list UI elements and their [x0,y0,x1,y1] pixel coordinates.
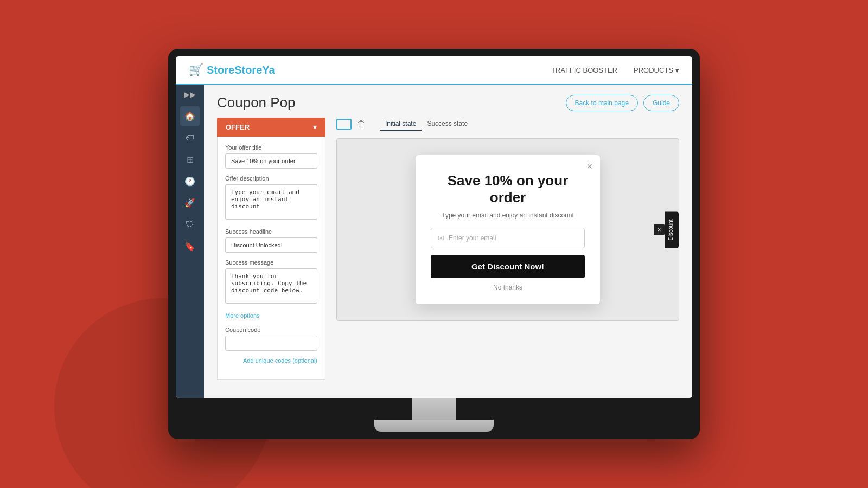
preview-toolbar: 🗑 Initial state Success state [336,118,679,131]
desktop-device-icon[interactable] [336,119,352,130]
back-to-main-button[interactable]: Back to main page [566,95,638,111]
sidebar-item-shield[interactable]: 🛡 [180,215,200,234]
offer-description-label: Offer description [225,175,317,182]
tab-group: Initial state Success state [380,118,473,131]
get-discount-button[interactable]: Get Discount Now! [431,255,585,278]
side-tab[interactable]: Discount [665,211,679,248]
offer-title-label: Your offer title [225,144,317,151]
success-message-label: Success message [225,259,317,266]
main-layout: ▶▶ 🏠 🏷 ⊞ 🕐 🚀 🛡 🔖 Coupon Pop Back to main… [176,85,692,398]
nav-traffic-booster[interactable]: TRAFFIC BOOSTER [551,66,617,74]
sidebar-expand-icon[interactable]: ▶▶ [184,90,196,99]
success-headline-input[interactable] [225,237,317,253]
offer-label: OFFER [226,123,250,131]
monitor-stand-neck [412,398,456,420]
page-header: Coupon Pop Back to main page Guide [204,85,692,118]
two-col-layout: OFFER ▾ Your offer title Offer descripti… [204,118,692,393]
cart-icon: 🛒 [189,63,203,77]
sidebar: ▶▶ 🏠 🏷 ⊞ 🕐 🚀 🛡 🔖 [176,85,204,398]
popup-description: Type your email and enjoy an instant dis… [431,211,585,219]
offer-title-input[interactable] [225,153,317,169]
monitor-stand-base [374,420,494,432]
sidebar-item-grid[interactable]: ⊞ [180,150,200,169]
logo-area: 🛒 StoreStoreYa [189,63,551,77]
popup-email-field-container[interactable]: ✉ Enter your email [431,228,585,248]
email-icon: ✉ [438,234,444,242]
trash-icon[interactable]: 🗑 [357,119,366,129]
content-area: Coupon Pop Back to main page Guide OFFER… [204,85,692,398]
header-buttons: Back to main page Guide [566,95,679,111]
popup-card: × Save 10% on your order Type your email… [416,155,600,304]
popup-title: Save 10% on your order [431,172,585,206]
tab-initial-state[interactable]: Initial state [380,118,422,131]
popup-close-button[interactable]: × [586,162,592,171]
offer-header: OFFER ▾ [217,118,326,137]
success-message-textarea[interactable]: Thank you for subscribing. Copy the disc… [225,268,317,304]
offer-description-textarea[interactable]: Type your email and enjoy an instant dis… [225,184,317,220]
monitor: 🛒 StoreStoreYa TRAFFIC BOOSTER PRODUCTS … [168,49,700,439]
side-tab-close-icon[interactable]: × [654,224,665,235]
preview-area: × Save 10% on your order Type your email… [336,138,679,321]
add-unique-codes-link[interactable]: Add unique codes (optional) [225,357,317,364]
right-panel: 🗑 Initial state Success state × Sav [336,118,679,321]
nav-links: TRAFFIC BOOSTER PRODUCTS ▾ [551,66,679,74]
guide-button[interactable]: Guide [643,95,679,111]
coupon-code-input[interactable] [225,336,317,351]
sidebar-item-home[interactable]: 🏠 [180,106,200,126]
sidebar-item-rocket[interactable]: 🚀 [180,193,200,213]
chevron-down-icon: ▾ [675,66,679,74]
coupon-code-label: Coupon code [225,326,317,333]
offer-chevron-icon: ▾ [313,123,317,131]
left-panel: OFFER ▾ Your offer title Offer descripti… [217,118,326,380]
popup-email-placeholder: Enter your email [449,234,496,242]
sidebar-item-tag[interactable]: 🏷 [180,128,200,147]
monitor-screen: 🛒 StoreStoreYa TRAFFIC BOOSTER PRODUCTS … [176,56,692,398]
no-thanks-link[interactable]: No thanks [431,284,585,291]
form-section: Your offer title Offer description Type … [217,137,326,380]
logo-text: StoreStoreYa [207,64,275,76]
success-headline-label: Success headline [225,228,317,235]
nav-products-dropdown[interactable]: PRODUCTS ▾ [634,66,679,74]
more-options-link[interactable]: More options [225,312,317,319]
sidebar-item-bookmark[interactable]: 🔖 [180,236,200,256]
sidebar-item-history[interactable]: 🕐 [180,171,200,191]
top-nav: 🛒 StoreStoreYa TRAFFIC BOOSTER PRODUCTS … [176,56,692,85]
page-title: Coupon Pop [217,94,296,111]
tab-success-state[interactable]: Success state [422,118,473,131]
